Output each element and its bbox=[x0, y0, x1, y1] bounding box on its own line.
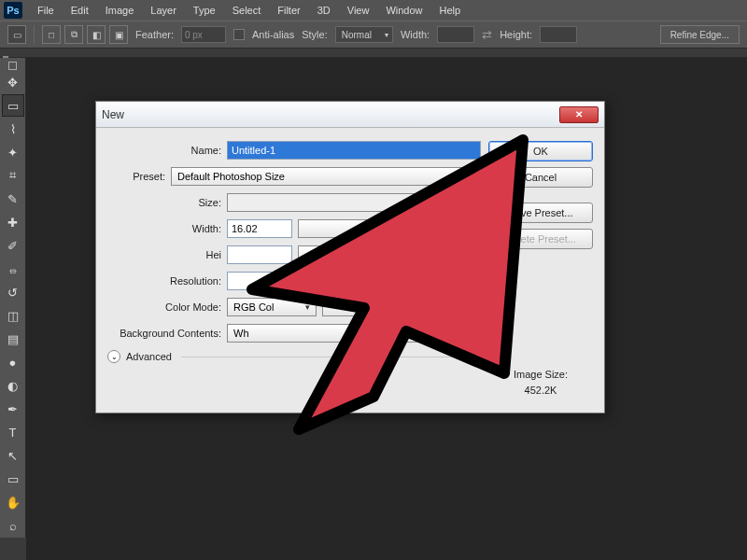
delete-preset-button: Delete Preset... bbox=[488, 229, 593, 249]
gradient-tool[interactable]: ▤ bbox=[2, 328, 24, 350]
heal-tool[interactable]: ✚ bbox=[2, 211, 24, 233]
dodge-tool[interactable]: ◐ bbox=[2, 374, 24, 397]
dialog-title: New bbox=[102, 108, 124, 121]
path-tool[interactable]: ↖ bbox=[2, 444, 24, 467]
brush-tool[interactable]: ✐ bbox=[2, 234, 24, 257]
name-input[interactable] bbox=[227, 141, 481, 160]
feather-label: Feather: bbox=[135, 29, 174, 40]
dialog-side-buttons: OK Cancel Save Preset... Delete Preset..… bbox=[488, 141, 593, 398]
history-brush-tool[interactable]: ↺ bbox=[2, 281, 24, 303]
bitdepth-select[interactable] bbox=[322, 298, 412, 316]
colormode-label: Color Mode: bbox=[107, 301, 221, 313]
menu-bar: Ps File Edit Image Layer Type Select Fil… bbox=[0, 0, 747, 21]
type-tool[interactable]: T bbox=[2, 421, 24, 443]
sel-new-icon[interactable]: □ bbox=[42, 25, 61, 44]
preset-value: Default Photoshop Size bbox=[177, 171, 285, 182]
dialog-form: Name: Preset: Default Photoshop Size Siz… bbox=[107, 141, 481, 398]
image-size-readout: Image Size: 452.2K bbox=[488, 367, 593, 398]
options-bar: ▭ □ ⧉ ◧ ▣ Feather: Anti-alias Style: Nor… bbox=[0, 21, 747, 49]
blur-tool[interactable]: ● bbox=[2, 351, 24, 373]
selection-mode-group: □ ⧉ ◧ ▣ bbox=[42, 25, 128, 44]
menu-type[interactable]: Type bbox=[186, 3, 223, 18]
colormode-select[interactable]: RGB Col bbox=[227, 298, 317, 316]
width-input[interactable] bbox=[227, 219, 292, 238]
shape-tool[interactable]: ▭ bbox=[2, 468, 24, 490]
resolution-input[interactable] bbox=[227, 272, 292, 290]
size-label: Size: bbox=[107, 197, 221, 208]
feather-input[interactable] bbox=[181, 26, 226, 43]
sel-int-icon[interactable]: ▣ bbox=[109, 25, 128, 44]
hand-tool[interactable]: ✋ bbox=[2, 491, 24, 513]
crop-tool[interactable]: ⌗ bbox=[2, 164, 24, 187]
sel-sub-icon[interactable]: ◧ bbox=[87, 25, 106, 44]
size-select bbox=[227, 193, 481, 212]
stamp-tool[interactable]: ⏛ bbox=[2, 258, 24, 280]
zoom-tool[interactable]: ⌕ bbox=[2, 514, 24, 537]
menu-layer[interactable]: Layer bbox=[143, 3, 184, 18]
cancel-button[interactable]: Cancel bbox=[488, 167, 593, 188]
move-tool[interactable]: ✥ bbox=[2, 71, 24, 93]
bg-label: Background Contents: bbox=[107, 328, 221, 339]
eraser-tool[interactable]: ◫ bbox=[2, 304, 24, 327]
colormode-value: RGB Col bbox=[233, 301, 274, 313]
resolution-label: Resolution: bbox=[107, 275, 221, 287]
menu-filter[interactable]: Filter bbox=[270, 3, 307, 18]
height-label: Hei bbox=[107, 249, 221, 260]
swap-icon[interactable]: ⇄ bbox=[482, 28, 492, 42]
bg-select[interactable]: Wh bbox=[227, 324, 481, 343]
save-preset-button[interactable]: Save Preset... bbox=[488, 203, 593, 223]
menu-edit[interactable]: Edit bbox=[63, 3, 96, 18]
resolution-unit-select[interactable] bbox=[298, 272, 419, 290]
menu-image[interactable]: Image bbox=[98, 3, 142, 18]
bg-value: Wh bbox=[233, 328, 249, 339]
close-button[interactable]: ✕ bbox=[559, 106, 599, 123]
pen-tool[interactable]: ✒ bbox=[2, 398, 24, 420]
image-size-label: Image Size: bbox=[488, 367, 593, 383]
antialias-checkbox[interactable] bbox=[233, 29, 245, 40]
sel-add-icon[interactable]: ⧉ bbox=[64, 25, 83, 44]
name-label: Name: bbox=[107, 145, 221, 156]
advanced-label: Advanced bbox=[126, 351, 172, 362]
menu-help[interactable]: Help bbox=[432, 3, 469, 18]
menu-view[interactable]: View bbox=[340, 3, 377, 18]
ok-button[interactable]: OK bbox=[488, 141, 593, 161]
dialog-titlebar[interactable]: New ✕ bbox=[96, 102, 604, 128]
antialias-label: Anti-alias bbox=[252, 29, 294, 40]
style-label: Style: bbox=[302, 29, 328, 40]
active-tool-icon[interactable]: ▭ bbox=[7, 25, 26, 44]
refine-edge-button[interactable]: Refine Edge... bbox=[660, 25, 740, 44]
height-unit-select[interactable] bbox=[298, 245, 419, 264]
wand-tool[interactable]: ✦ bbox=[2, 141, 24, 163]
menu-file[interactable]: File bbox=[30, 3, 62, 18]
opt-width-input[interactable] bbox=[437, 26, 474, 43]
preset-label: Preset: bbox=[107, 171, 165, 182]
advanced-toggle[interactable]: ⌄ bbox=[107, 350, 120, 363]
preset-select[interactable]: Default Photoshop Size bbox=[171, 167, 481, 186]
eyedropper-tool[interactable]: ✎ bbox=[2, 188, 24, 210]
tab-strip bbox=[0, 49, 747, 58]
menu-select[interactable]: Select bbox=[225, 3, 269, 18]
toolbox: ✥ ▭ ⌇ ✦ ⌗ ✎ ✚ ✐ ⏛ ↺ ◫ ▤ ● ◐ ✒ T ↖ ▭ ✋ ⌕ bbox=[0, 58, 26, 538]
image-size-value: 452.2K bbox=[488, 383, 593, 399]
width-label: Width: bbox=[107, 223, 221, 234]
opt-width-label: Width: bbox=[401, 29, 430, 40]
advanced-divider bbox=[181, 357, 481, 357]
lasso-tool[interactable]: ⌇ bbox=[2, 118, 24, 140]
menu-3d[interactable]: 3D bbox=[310, 3, 338, 18]
height-input[interactable] bbox=[227, 245, 292, 264]
style-select[interactable]: Normal bbox=[335, 26, 393, 43]
menu-window[interactable]: Window bbox=[378, 3, 430, 18]
width-unit-select[interactable] bbox=[298, 219, 419, 238]
opt-height-input[interactable] bbox=[540, 26, 577, 43]
toolbox-grip bbox=[0, 62, 25, 70]
opt-height-label: Height: bbox=[500, 29, 532, 40]
style-value: Normal bbox=[342, 30, 372, 40]
app-logo: Ps bbox=[4, 2, 22, 19]
marquee-tool[interactable]: ▭ bbox=[2, 94, 24, 117]
new-document-dialog: New ✕ Name: Preset: Default Photoshop Si… bbox=[95, 101, 605, 413]
